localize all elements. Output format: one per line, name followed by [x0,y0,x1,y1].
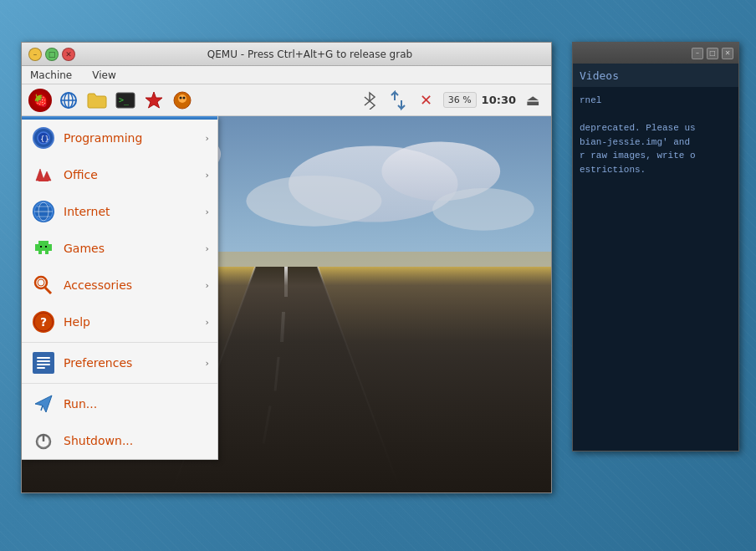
preferences-label: Preferences [64,356,197,370]
preferences-arrow: › [206,358,209,369]
qemu-content: {} Programming › Office [22,116,551,492]
bluetooth-icon[interactable] [358,89,381,112]
menu-item-office[interactable]: Office › [22,156,217,193]
terminal-window: – □ ✕ Videos rnel deprecated. Please us … [572,42,739,452]
svg-point-49 [35,277,47,288]
svg-text:>_: >_ [119,95,130,105]
svg-rect-37 [35,244,38,247]
globe-icon[interactable] [57,89,80,112]
internet-label: Internet [64,205,197,218]
svg-rect-45 [38,251,42,254]
menu-item-games[interactable]: Games › [22,230,217,267]
games-label: Games [64,242,197,255]
menu-divider-1 [22,342,217,343]
svg-rect-55 [37,357,50,359]
terminal-content: rnel deprecated. Please us bian-jessie.i… [580,94,732,176]
qemu-menubar: Machine View [22,66,551,84]
menu-item-programming[interactable]: {} Programming › [22,120,217,156]
svg-rect-44 [49,247,52,251]
machine-menu[interactable]: Machine [27,68,75,83]
wolf-icon[interactable] [171,89,194,112]
svg-rect-54 [34,354,53,372]
menu-item-accessories[interactable]: Accessories › [22,267,217,304]
shutdown-label: Shutdown... [64,434,209,447]
disconnect-icon[interactable]: ✕ [415,89,438,112]
programming-label: Programming [64,131,197,145]
terminal-minimize-btn[interactable]: – [692,48,703,59]
terminal-body: rnel deprecated. Please us bian-jessie.i… [573,87,738,451]
programming-icon: {} [32,126,55,150]
svg-marker-6 [146,92,162,108]
run-icon-wrap [32,392,55,416]
raspberry-pi-icon[interactable]: 🍓 [28,89,52,112]
close-button[interactable]: ✕ [62,48,75,61]
terminal-icon[interactable]: >_ [114,89,137,112]
svg-line-11 [365,97,370,101]
svg-rect-41 [45,241,49,244]
terminal-header-title: Videos [580,69,619,82]
games-icon-wrap [32,237,55,260]
help-label: Help [64,315,197,329]
accessories-icon-wrap [32,273,55,297]
burst-icon[interactable] [142,89,166,112]
internet-arrow: › [206,207,209,217]
programming-arrow: › [206,133,209,144]
svg-point-50 [38,279,44,286]
minimize-button[interactable]: – [28,48,42,61]
accessories-label: Accessories [64,278,197,292]
svg-rect-48 [45,246,47,247]
terminal-titlebar: – □ ✕ [573,43,738,64]
eject-icon[interactable]: ⏏ [521,89,544,112]
svg-rect-42 [49,244,52,247]
run-label: Run... [64,397,209,411]
svg-rect-31 [38,179,49,181]
office-arrow: › [206,170,209,181]
qemu-titlebar: – □ ✕ QEMU - Press Ctrl+Alt+G to release… [22,43,551,66]
app-menu-panel: {} Programming › Office [22,116,218,460]
svg-rect-40 [42,241,45,244]
terminal-close-btn[interactable]: ✕ [722,48,733,59]
svg-point-10 [183,96,186,99]
menu-divider-2 [22,383,217,384]
menu-item-internet[interactable]: Internet › [22,193,217,230]
svg-line-51 [45,288,51,293]
svg-line-12 [365,101,370,105]
svg-text:?: ? [40,315,47,329]
folder-icon[interactable] [85,89,109,112]
view-menu[interactable]: View [89,68,119,83]
preferences-icon-wrap [32,351,55,375]
svg-point-8 [178,94,186,103]
svg-rect-38 [38,241,42,244]
svg-rect-39 [38,244,49,251]
maximize-button[interactable]: □ [45,48,59,61]
svg-rect-47 [40,246,42,247]
svg-rect-58 [37,367,45,369]
menu-item-preferences[interactable]: Preferences › [22,344,217,381]
svg-point-9 [180,96,182,99]
svg-rect-56 [37,360,50,362]
office-label: Office [64,168,197,181]
accessories-arrow: › [206,280,209,291]
menu-item-run[interactable]: Run... [22,385,217,422]
shutdown-icon-wrap [32,429,55,452]
games-arrow: › [206,243,209,254]
svg-rect-43 [35,247,38,251]
help-icon-wrap: ? [32,310,55,334]
network-arrows-icon[interactable] [386,89,410,112]
qemu-window: – □ ✕ QEMU - Press Ctrl+Alt+G to release… [21,42,552,493]
terminal-maximize-btn[interactable]: □ [707,48,718,59]
help-arrow: › [206,317,209,328]
qemu-title: QEMU - Press Ctrl+Alt+G to release grab [75,48,544,60]
title-buttons: – □ ✕ [28,48,75,61]
terminal-header-bar: Videos [573,64,738,87]
svg-rect-57 [37,364,50,365]
qemu-toolbar: 🍓 >_ [22,84,551,116]
office-icon-wrap [32,163,55,186]
svg-rect-46 [45,251,49,254]
svg-text:{}: {} [40,135,49,143]
menu-item-shutdown[interactable]: Shutdown... [22,422,217,459]
menu-item-help[interactable]: ? Help › [22,304,217,340]
clock: 10:30 [482,94,516,106]
usage-badge: 36 % [443,92,477,108]
internet-icon-wrap [32,200,55,223]
